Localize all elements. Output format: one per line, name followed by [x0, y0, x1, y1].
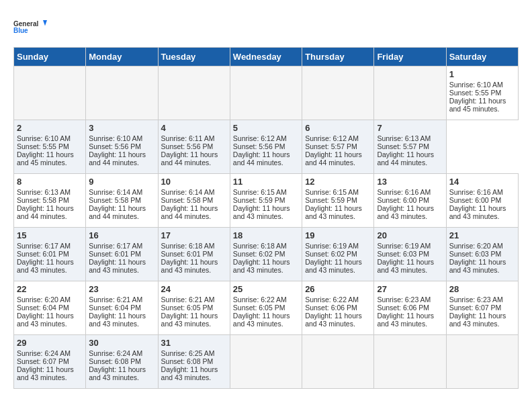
- day-number: 26: [305, 284, 371, 294]
- day-cell-12: 12Sunrise: 6:15 AMSunset: 5:59 PMDayligh…: [302, 174, 374, 228]
- day-number: 27: [377, 284, 443, 294]
- day-number: 24: [161, 284, 227, 294]
- day-number: 7: [377, 123, 443, 133]
- day-cell-30: 30Sunrise: 6:24 AMSunset: 6:08 PMDayligh…: [86, 335, 158, 389]
- empty-cell: [374, 66, 446, 120]
- day-header-sunday: Sunday: [14, 48, 86, 66]
- day-header-saturday: Saturday: [446, 48, 518, 66]
- day-number: 8: [17, 177, 83, 187]
- week-row-5: 22Sunrise: 6:20 AMSunset: 6:04 PMDayligh…: [14, 281, 519, 335]
- logo-svg: General Blue: [13, 13, 47, 40]
- day-cell-2: 2Sunrise: 6:10 AMSunset: 5:55 PMDaylight…: [14, 120, 86, 174]
- day-number: 5: [233, 123, 299, 133]
- day-number: 19: [305, 230, 371, 240]
- day-number: 13: [377, 177, 443, 187]
- week-row-3: 8Sunrise: 6:13 AMSunset: 5:58 PMDaylight…: [14, 174, 519, 228]
- day-cell-22: 22Sunrise: 6:20 AMSunset: 6:04 PMDayligh…: [14, 281, 86, 335]
- empty-cell: [230, 335, 302, 389]
- day-cell-13: 13Sunrise: 6:16 AMSunset: 6:00 PMDayligh…: [374, 174, 446, 228]
- day-cell-23: 23Sunrise: 6:21 AMSunset: 6:04 PMDayligh…: [86, 281, 158, 335]
- week-row-1: 1Sunrise: 6:10 AMSunset: 5:55 PMDaylight…: [14, 66, 519, 120]
- day-cell-9: 9Sunrise: 6:14 AMSunset: 5:58 PMDaylight…: [86, 174, 158, 228]
- day-number: 21: [449, 230, 515, 240]
- week-row-2: 2Sunrise: 6:10 AMSunset: 5:55 PMDaylight…: [14, 120, 519, 174]
- svg-text:General: General: [13, 20, 38, 28]
- day-number: 31: [161, 338, 227, 348]
- day-cell-15: 15Sunrise: 6:17 AMSunset: 6:01 PMDayligh…: [14, 228, 86, 281]
- logo: General Blue: [13, 13, 47, 40]
- day-cell-11: 11Sunrise: 6:15 AMSunset: 5:59 PMDayligh…: [230, 174, 302, 228]
- day-number: 9: [89, 177, 154, 187]
- day-number: 20: [377, 230, 443, 240]
- day-number: 16: [89, 230, 154, 240]
- day-number: 17: [161, 230, 227, 240]
- day-cell-25: 25Sunrise: 6:22 AMSunset: 6:05 PMDayligh…: [230, 281, 302, 335]
- empty-cell: [158, 66, 230, 120]
- day-cell-8: 8Sunrise: 6:13 AMSunset: 5:58 PMDaylight…: [14, 174, 86, 228]
- empty-cell: [446, 335, 518, 389]
- day-number: 22: [17, 284, 83, 294]
- day-header-wednesday: Wednesday: [230, 48, 302, 66]
- day-cell-19: 19Sunrise: 6:19 AMSunset: 6:02 PMDayligh…: [302, 228, 374, 281]
- day-number: 10: [161, 177, 227, 187]
- day-number: 18: [233, 230, 299, 240]
- day-number: 4: [161, 123, 227, 133]
- svg-text:Blue: Blue: [13, 27, 28, 34]
- day-cell-24: 24Sunrise: 6:21 AMSunset: 6:05 PMDayligh…: [158, 281, 230, 335]
- empty-cell: [14, 66, 86, 120]
- day-number: 6: [305, 123, 371, 133]
- empty-cell: [230, 66, 302, 120]
- empty-cell: [302, 66, 374, 120]
- day-cell-7: 7Sunrise: 6:13 AMSunset: 5:57 PMDaylight…: [374, 120, 446, 174]
- day-cell-28: 28Sunrise: 6:23 AMSunset: 6:07 PMDayligh…: [446, 281, 518, 335]
- day-number: 14: [449, 177, 515, 187]
- week-row-6: 29Sunrise: 6:24 AMSunset: 6:07 PMDayligh…: [14, 335, 519, 389]
- day-cell-27: 27Sunrise: 6:23 AMSunset: 6:06 PMDayligh…: [374, 281, 446, 335]
- day-cell-18: 18Sunrise: 6:18 AMSunset: 6:02 PMDayligh…: [230, 228, 302, 281]
- day-number: 29: [17, 338, 83, 348]
- day-number: 28: [449, 284, 515, 294]
- day-cell-5: 5Sunrise: 6:12 AMSunset: 5:56 PMDaylight…: [230, 120, 302, 174]
- header-row: SundayMondayTuesdayWednesdayThursdayFrid…: [14, 48, 519, 66]
- day-header-thursday: Thursday: [302, 48, 374, 66]
- svg-marker-2: [43, 20, 47, 26]
- day-header-friday: Friday: [374, 48, 446, 66]
- empty-cell: [374, 335, 446, 389]
- day-cell-29: 29Sunrise: 6:24 AMSunset: 6:07 PMDayligh…: [14, 335, 86, 389]
- week-row-4: 15Sunrise: 6:17 AMSunset: 6:01 PMDayligh…: [14, 228, 519, 281]
- day-cell-14: 14Sunrise: 6:16 AMSunset: 6:00 PMDayligh…: [446, 174, 518, 228]
- day-header-tuesday: Tuesday: [158, 48, 230, 66]
- day-cell-21: 21Sunrise: 6:20 AMSunset: 6:03 PMDayligh…: [446, 228, 518, 281]
- day-number: 15: [17, 230, 83, 240]
- page-header: General Blue: [13, 13, 519, 40]
- day-number: 11: [233, 177, 299, 187]
- day-number: 1: [449, 69, 515, 79]
- day-cell-26: 26Sunrise: 6:22 AMSunset: 6:06 PMDayligh…: [302, 281, 374, 335]
- day-number: 3: [89, 123, 154, 133]
- day-cell-17: 17Sunrise: 6:18 AMSunset: 6:01 PMDayligh…: [158, 228, 230, 281]
- day-cell-3: 3Sunrise: 6:10 AMSunset: 5:56 PMDaylight…: [86, 120, 158, 174]
- day-number: 25: [233, 284, 299, 294]
- day-number: 23: [89, 284, 154, 294]
- day-number: 12: [305, 177, 371, 187]
- day-cell-1: 1Sunrise: 6:10 AMSunset: 5:55 PMDaylight…: [446, 66, 518, 120]
- empty-cell: [302, 335, 374, 389]
- empty-cell: [86, 66, 158, 120]
- day-header-monday: Monday: [86, 48, 158, 66]
- day-number: 2: [17, 123, 83, 133]
- day-cell-31: 31Sunrise: 6:25 AMSunset: 6:08 PMDayligh…: [158, 335, 230, 389]
- calendar-table: SundayMondayTuesdayWednesdayThursdayFrid…: [13, 47, 519, 389]
- day-cell-20: 20Sunrise: 6:19 AMSunset: 6:03 PMDayligh…: [374, 228, 446, 281]
- day-cell-16: 16Sunrise: 6:17 AMSunset: 6:01 PMDayligh…: [86, 228, 158, 281]
- day-cell-4: 4Sunrise: 6:11 AMSunset: 5:56 PMDaylight…: [158, 120, 230, 174]
- day-cell-10: 10Sunrise: 6:14 AMSunset: 5:58 PMDayligh…: [158, 174, 230, 228]
- day-cell-6: 6Sunrise: 6:12 AMSunset: 5:57 PMDaylight…: [302, 120, 374, 174]
- day-number: 30: [89, 338, 154, 348]
